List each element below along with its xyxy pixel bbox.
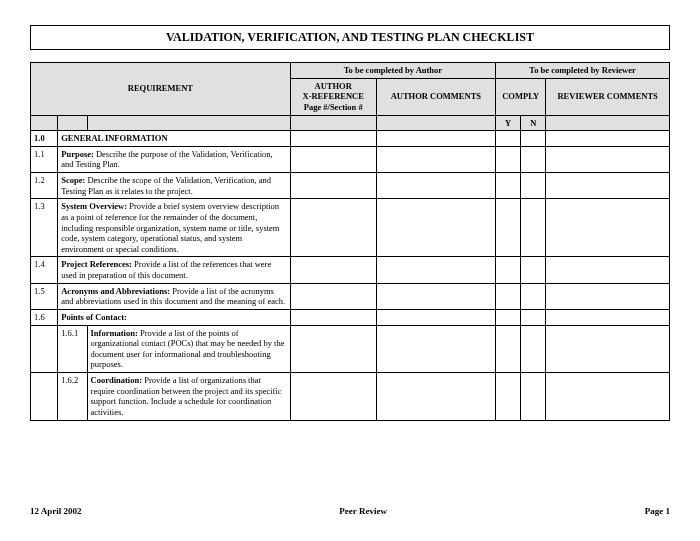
- cell-xref: [290, 325, 376, 373]
- cell-reviewer-comments: [546, 373, 670, 421]
- table-row: 1.1Purpose: Describe the purpose of the …: [31, 146, 670, 172]
- row-num: 1.6: [31, 309, 58, 325]
- row-requirement: Scope: Describe the scope of the Validat…: [58, 173, 291, 199]
- cell-reviewer-comments: [546, 283, 670, 309]
- header-author-comments: AUTHOR COMMENTS: [376, 78, 495, 115]
- footer-page: Page 1: [645, 506, 670, 516]
- row-blank: [31, 325, 58, 373]
- cell-author-comments: [376, 199, 495, 257]
- row-num: 1.5: [31, 283, 58, 309]
- cell-xref: [290, 373, 376, 421]
- cell-xref: [290, 199, 376, 257]
- table-row: 1.5Acronyms and Abbreviations: Provide a…: [31, 283, 670, 309]
- subrow-num: 1.6.2: [58, 373, 87, 421]
- cell-n: [521, 373, 546, 421]
- cell-author-comments: [376, 257, 495, 283]
- table-row: 1.3System Overview: Provide a brief syst…: [31, 199, 670, 257]
- subrow-requirement: Coordination: Provide a list of organiza…: [87, 373, 290, 421]
- cell-y: [496, 283, 521, 309]
- cell-author-comments: [376, 146, 495, 172]
- row-requirement: System Overview: Provide a brief system …: [58, 199, 291, 257]
- cell-y: [496, 173, 521, 199]
- row-requirement: Purpose: Describe the purpose of the Val…: [58, 146, 291, 172]
- cell-author-comments: [376, 309, 495, 325]
- footer: 12 April 2002 Peer Review Page 1: [30, 506, 670, 516]
- table-row: 1.2Scope: Describe the scope of the Vali…: [31, 173, 670, 199]
- page-title: VALIDATION, VERIFICATION, AND TESTING PL…: [166, 30, 534, 44]
- footer-center: Peer Review: [339, 506, 387, 516]
- header-reviewer-comments: REVIEWER COMMENTS: [546, 78, 670, 115]
- cell-y: [496, 309, 521, 325]
- row-num: 1.1: [31, 146, 58, 172]
- cell-n: [521, 309, 546, 325]
- table-row: 1.6.2Coordination: Provide a list of org…: [31, 373, 670, 421]
- section-num: 1.0: [31, 131, 58, 147]
- title-box: VALIDATION, VERIFICATION, AND TESTING PL…: [30, 25, 670, 50]
- cell-n: [521, 257, 546, 283]
- header-xref: AUTHORX-REFERENCEPage #/Section #: [290, 78, 376, 115]
- header-requirement: REQUIREMENT: [31, 63, 291, 116]
- cell-xref: [290, 146, 376, 172]
- cell-reviewer-comments: [546, 325, 670, 373]
- cell-n: [521, 146, 546, 172]
- cell-xref: [290, 283, 376, 309]
- table-row: 1.6Points of Contact:: [31, 309, 670, 325]
- cell-y: [496, 325, 521, 373]
- cell-author-comments: [376, 373, 495, 421]
- cell-xref: [290, 309, 376, 325]
- row-requirement: Points of Contact:: [58, 309, 291, 325]
- row-num: 1.4: [31, 257, 58, 283]
- cell-xref: [290, 173, 376, 199]
- row-requirement: Project References: Provide a list of th…: [58, 257, 291, 283]
- subrow-requirement: Information: Provide a list of the point…: [87, 325, 290, 373]
- cell-n: [521, 325, 546, 373]
- cell-n: [521, 283, 546, 309]
- cell-reviewer-comments: [546, 199, 670, 257]
- cell-y: [496, 146, 521, 172]
- checklist-table: REQUIREMENT To be completed by Author To…: [30, 62, 670, 421]
- row-num: 1.2: [31, 173, 58, 199]
- header-y: Y: [496, 115, 521, 131]
- cell-reviewer-comments: [546, 257, 670, 283]
- cell-author-comments: [376, 325, 495, 373]
- section-row: 1.0 GENERAL INFORMATION: [31, 131, 670, 147]
- cell-author-comments: [376, 173, 495, 199]
- row-num: 1.3: [31, 199, 58, 257]
- table-row: 1.6.1Information: Provide a list of the …: [31, 325, 670, 373]
- header-n: N: [521, 115, 546, 131]
- header-reviewer-section: To be completed by Reviewer: [496, 63, 670, 79]
- cell-reviewer-comments: [546, 173, 670, 199]
- footer-date: 12 April 2002: [30, 506, 82, 516]
- cell-y: [496, 257, 521, 283]
- cell-y: [496, 373, 521, 421]
- cell-xref: [290, 257, 376, 283]
- cell-author-comments: [376, 283, 495, 309]
- section-title: GENERAL INFORMATION: [58, 131, 291, 147]
- cell-reviewer-comments: [546, 146, 670, 172]
- cell-n: [521, 173, 546, 199]
- subrow-num: 1.6.1: [58, 325, 87, 373]
- table-row: 1.4Project References: Provide a list of…: [31, 257, 670, 283]
- cell-reviewer-comments: [546, 309, 670, 325]
- cell-n: [521, 199, 546, 257]
- header-comply: COMPLY: [496, 78, 546, 115]
- cell-y: [496, 199, 521, 257]
- row-requirement: Acronyms and Abbreviations: Provide a li…: [58, 283, 291, 309]
- header-author-section: To be completed by Author: [290, 63, 495, 79]
- row-blank: [31, 373, 58, 421]
